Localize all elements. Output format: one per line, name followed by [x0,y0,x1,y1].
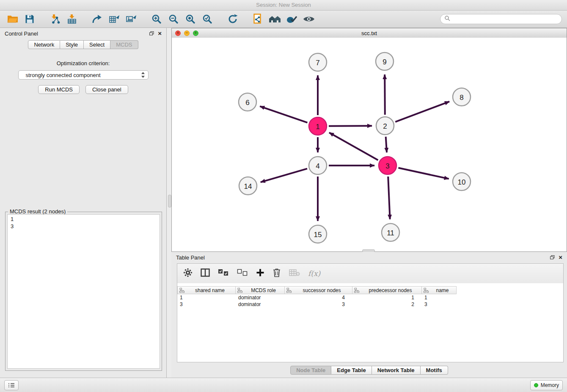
optimization-criterion-select[interactable]: strongly connected component [18,70,149,80]
graph-node-9[interactable]: 9 [376,52,394,70]
graph-node-2[interactable]: 2 [376,117,394,135]
select-all-icon[interactable] [218,269,229,278]
tab-node-table[interactable]: Node Table [290,366,331,375]
graph-node-8[interactable]: 8 [453,88,471,106]
table-header-row: shared nameMCDS rolesuccessor nodesprede… [177,286,563,294]
zoom-in-icon[interactable] [149,12,164,26]
add-row-icon[interactable] [256,268,264,279]
table-cell: dominator [236,295,285,301]
edge-4-14[interactable] [261,168,307,182]
control-tab-style[interactable]: Style [60,40,84,49]
close-panel-button[interactable]: Close panel [85,85,128,94]
import-table-icon[interactable] [64,12,80,26]
show-columns-icon[interactable] [201,268,210,279]
mcds-result-line: 3 [11,223,157,230]
search-input[interactable] [452,16,558,23]
table-toolbar: f(x) [177,264,563,283]
svg-text:11: 11 [387,229,394,237]
graph-node-1[interactable]: 1 [309,117,327,135]
edge-2-8[interactable] [395,102,449,122]
search-field[interactable] [440,14,562,24]
network-overview-icon[interactable] [250,12,266,26]
export-image-icon[interactable] [124,12,139,26]
window-titlebar[interactable]: Session: New Session [0,0,567,11]
edge-3-1[interactable] [329,133,378,160]
column-header-MCDS-role[interactable]: MCDS role [236,286,285,294]
table-row[interactable]: 1dominator411 [177,294,563,301]
run-mcds-button[interactable]: Run MCDS [38,85,80,94]
svg-text:6: 6 [245,99,249,107]
save-session-icon[interactable] [22,12,37,26]
edge-1-6[interactable] [260,106,307,123]
tab-edge-table[interactable]: Edge Table [331,366,372,375]
graph-node-10[interactable]: 10 [453,173,471,190]
network-graph[interactable]: 7968124314101511 [172,38,567,251]
edge-1-2[interactable] [329,126,372,126]
zoom-out-icon[interactable] [166,12,181,26]
import-network-icon[interactable] [47,12,63,26]
graph-node-4[interactable]: 4 [309,157,327,174]
column-header-name[interactable]: name [422,286,457,294]
edge-3-11[interactable] [388,177,390,219]
column-header-predecessor-nodes[interactable]: predecessor nodes [352,286,422,294]
task-history-button[interactable] [4,380,19,390]
home-icon[interactable] [267,12,283,26]
table-cell: 2 [352,301,422,307]
graph-node-11[interactable]: 11 [382,224,399,241]
network-view-title: scc.txt [172,30,567,36]
float-table-panel-icon[interactable] [550,254,555,261]
table-cell: 3 [422,301,457,307]
close-panel-icon[interactable]: × [158,31,162,36]
graph-node-6[interactable]: 6 [239,93,256,111]
node-table-container: f(x) shared nameMCDS rolesuccessor nodes… [177,263,564,362]
svg-text:3: 3 [385,162,389,170]
graph-node-3[interactable]: 3 [379,157,396,174]
edge-3-10[interactable] [398,168,449,179]
table-settings-icon[interactable] [183,268,193,279]
close-table-panel-icon[interactable]: × [559,255,562,260]
optimization-criterion-label: Optimization criterion: [0,60,166,66]
tab-motifs[interactable]: Motifs [421,366,448,375]
edge-2-3[interactable] [386,137,387,152]
open-session-icon[interactable] [5,12,20,26]
control-tab-mcds[interactable]: MCDS [110,40,138,49]
zoom-window-icon[interactable]: + [193,30,198,36]
deselect-all-icon[interactable] [237,269,248,278]
memory-button[interactable]: Memory [530,380,563,390]
network-view-titlebar[interactable]: scc.txt × − + [172,28,567,38]
selected-option: strongly connected component [26,72,101,78]
eye-icon[interactable] [301,12,317,26]
float-panel-icon[interactable] [149,30,154,37]
network-view-window: scc.txt × − + 7968124314101511 [171,28,567,252]
svg-text:9: 9 [383,58,386,66]
column-header-successor-nodes[interactable]: successor nodes [285,286,352,294]
graph-node-14[interactable]: 14 [239,177,257,195]
edge-2-9[interactable] [385,75,385,115]
memory-status-icon [534,383,538,387]
network-canvas[interactable]: 7968124314101511 [172,38,567,251]
table-cell: dominator [236,301,285,307]
vertical-splitter-handle[interactable] [168,195,171,207]
delete-row-icon[interactable] [272,268,281,279]
apply-layout-icon[interactable] [225,12,240,26]
export-network-icon[interactable] [90,12,105,26]
table-panel-tabs: Node TableEdge TableNetwork TableMotifs [171,366,567,375]
graph-node-15[interactable]: 15 [309,225,327,243]
table-cell: 3 [177,301,236,307]
tab-network-table[interactable]: Network Table [372,366,421,375]
minimize-window-icon[interactable]: − [184,30,190,36]
mcds-result-list[interactable]: 13 [7,214,160,369]
table-row[interactable]: 3dominator323 [177,301,563,308]
search-icon [444,15,450,23]
svg-text:1: 1 [316,123,319,131]
export-table-icon[interactable] [107,12,122,26]
graph-node-7[interactable]: 7 [309,53,327,71]
close-window-icon[interactable]: × [175,30,181,36]
function-builder-icon: f(x) [308,269,320,278]
zoom-fit-icon[interactable] [183,12,198,26]
column-header-shared-name[interactable]: shared name [177,286,236,294]
control-tab-network[interactable]: Network [28,40,60,49]
style-check-icon[interactable] [284,12,300,26]
control-tab-select[interactable]: Select [84,40,110,49]
zoom-selected-icon[interactable] [200,12,215,26]
